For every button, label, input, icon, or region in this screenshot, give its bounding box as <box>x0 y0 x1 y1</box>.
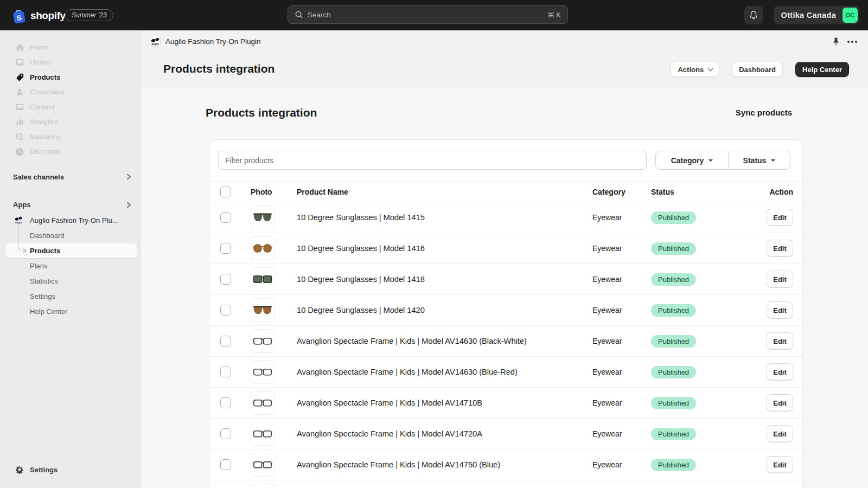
sidebar-item-content[interactable]: Content <box>0 100 141 115</box>
edit-button[interactable]: Edit <box>767 209 793 226</box>
row-checkbox[interactable] <box>220 212 231 223</box>
edit-button[interactable]: Edit <box>767 456 793 473</box>
chevron-right-icon <box>126 201 131 209</box>
product-name: 10 Degree Sunglasses | Model 1420 <box>297 306 592 314</box>
search-input[interactable]: Search ⌘ K <box>288 5 568 24</box>
search-placeholder: Search <box>308 11 547 19</box>
edit-button[interactable]: Edit <box>767 363 793 381</box>
product-category: Eyewear <box>592 368 651 376</box>
status-badge: Published <box>651 335 696 348</box>
table-row <box>209 480 802 488</box>
edit-button[interactable]: Edit <box>767 240 793 257</box>
product-photo <box>251 206 275 229</box>
edit-button[interactable]: Edit <box>767 271 793 288</box>
pin-icon[interactable] <box>831 37 841 47</box>
caret-down-icon <box>771 159 775 162</box>
row-checkbox[interactable] <box>220 397 231 408</box>
sidebar-apps[interactable]: Apps <box>0 197 141 213</box>
product-photo <box>251 453 275 477</box>
topbar: S shopify Summer ’23 Search ⌘ K Ottika C… <box>0 0 868 30</box>
table-row: Avanglion Spectacle Frame | Kids | Model… <box>209 357 802 388</box>
marketing-icon <box>15 132 24 142</box>
main-header: auglio Auglio Fashion Try-On Plugin Prod… <box>141 30 868 87</box>
row-checkbox[interactable] <box>220 336 231 346</box>
auglio-app-icon-header: auglio <box>150 36 161 47</box>
status-badge: Published <box>651 366 696 378</box>
product-name: Avanglion Spectacle Frame | Kids | Model… <box>297 429 592 438</box>
product-category: Eyewear <box>592 244 651 253</box>
sidebar-item-marketing[interactable]: Marketing <box>0 130 141 145</box>
store-menu[interactable]: Ottika Canada OC <box>774 6 859 24</box>
sidebar-item-home[interactable]: Home <box>0 40 141 55</box>
product-photo <box>251 360 275 384</box>
store-avatar: OC <box>843 8 858 23</box>
bell-icon <box>749 10 758 20</box>
edit-button[interactable]: Edit <box>767 301 793 319</box>
sidebar-item-products[interactable]: Products <box>0 70 141 85</box>
status-badge: Published <box>651 397 696 409</box>
products-table: Photo Product Name Category Status Actio… <box>209 182 802 488</box>
row-checkbox[interactable] <box>220 243 231 254</box>
row-checkbox[interactable] <box>220 305 231 316</box>
column-header-photo: Photo <box>251 188 297 196</box>
more-options-button[interactable] <box>846 38 858 46</box>
main-nav: HomeOrdersProductsCustomersContentAnalyt… <box>0 40 141 159</box>
product-name: 10 Degree Sunglasses | Model 1418 <box>297 275 592 284</box>
tree-arrow-icon <box>23 248 27 253</box>
column-header-action: Action <box>769 188 793 196</box>
auglio-app-icon: auglio <box>14 215 24 225</box>
edit-button[interactable]: Edit <box>767 394 793 412</box>
status-badge: Published <box>651 242 696 255</box>
svg-text:auglio: auglio <box>15 221 22 224</box>
app-subnav-statistics[interactable]: Statistics <box>0 273 141 288</box>
shopify-logo[interactable]: S shopify <box>11 7 66 24</box>
status-badge: Published <box>651 273 696 286</box>
sidebar-item-orders[interactable]: Orders <box>0 55 141 70</box>
table-row: 10 Degree Sunglasses | Model 1420 Eyewea… <box>209 295 802 326</box>
sidebar-item-customers[interactable]: Customers <box>0 85 141 100</box>
sidebar-item-discounts[interactable]: Discounts <box>0 144 141 159</box>
row-checkbox[interactable] <box>220 274 231 285</box>
actions-button[interactable]: Actions <box>671 62 719 77</box>
sidebar: HomeOrdersProductsCustomersContentAnalyt… <box>0 30 141 488</box>
edit-button[interactable]: Edit <box>767 425 793 442</box>
person-icon <box>15 87 24 97</box>
column-header-product-name: Product Name <box>297 188 592 196</box>
store-name: Ottika Canada <box>781 11 836 20</box>
product-photo <box>251 329 275 353</box>
orders-icon <box>15 57 24 67</box>
product-name: Avanglion Spectacle Frame | Kids | Model… <box>297 399 592 407</box>
table-row: 10 Degree Sunglasses | Model 1415 Eyewea… <box>209 202 802 233</box>
filter-products-input[interactable]: Filter products <box>218 151 647 170</box>
app-subnav-settings[interactable]: Settings <box>0 288 141 304</box>
help-center-button[interactable]: Help Center <box>795 62 849 77</box>
status-badge: Published <box>651 211 696 224</box>
status-filter-button[interactable]: Status <box>729 151 790 169</box>
table-body: 10 Degree Sunglasses | Model 1415 Eyewea… <box>209 202 802 488</box>
app-subnav-plans[interactable]: Plans <box>0 258 141 273</box>
filter-buttons: Category Status <box>655 151 790 170</box>
select-all-checkbox[interactable] <box>220 187 231 197</box>
gear-icon <box>15 465 24 474</box>
app-header-title: Auglio Fashion Try-On Plugin <box>165 37 261 46</box>
edit-button[interactable]: Edit <box>767 332 793 350</box>
main-area: auglio Auglio Fashion Try-On Plugin Prod… <box>141 30 868 488</box>
sidebar-sales-channels[interactable]: Sales channels <box>0 169 141 184</box>
row-checkbox[interactable] <box>220 367 231 377</box>
product-category: Eyewear <box>592 399 651 407</box>
table-header: Photo Product Name Category Status Actio… <box>209 182 802 202</box>
row-checkbox[interactable] <box>220 428 231 439</box>
notifications-button[interactable] <box>744 6 763 24</box>
app-subnav-help-center[interactable]: Help Center <box>0 304 141 319</box>
row-checkbox[interactable] <box>220 459 231 470</box>
category-filter-button[interactable]: Category <box>656 151 729 169</box>
dashboard-button[interactable]: Dashboard <box>732 62 783 77</box>
table-row: 10 Degree Sunglasses | Model 1418 Eyewea… <box>209 264 802 295</box>
product-name: Avanglion Spectacle Frame | Kids | Model… <box>297 337 592 345</box>
product-category: Eyewear <box>592 275 651 284</box>
sidebar-item-analytics[interactable]: Analytics <box>0 114 141 130</box>
product-photo <box>251 267 275 291</box>
sidebar-settings[interactable]: Settings <box>0 463 141 478</box>
content-icon <box>15 102 24 112</box>
sync-products-link[interactable]: Sync products <box>736 108 792 117</box>
